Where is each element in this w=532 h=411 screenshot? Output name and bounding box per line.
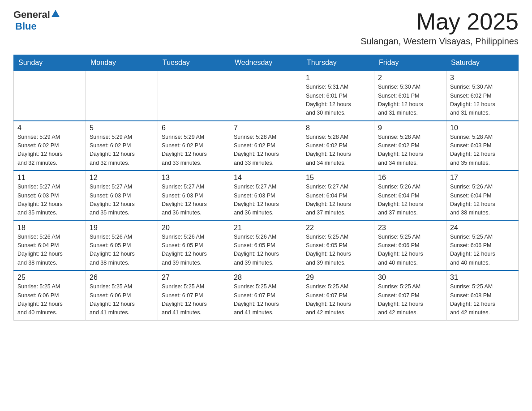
- day-info: Sunrise: 5:28 AM Sunset: 6:02 PM Dayligh…: [378, 133, 442, 168]
- day-number: 19: [90, 224, 154, 232]
- day-number: 13: [162, 174, 226, 182]
- day-number: 21: [234, 224, 298, 232]
- logo-general-text: General: [13, 9, 50, 21]
- day-of-week-header: Friday: [374, 55, 446, 71]
- day-of-week-header: Wednesday: [230, 55, 302, 71]
- calendar-cell: 15Sunrise: 5:27 AM Sunset: 6:04 PM Dayli…: [302, 171, 374, 221]
- calendar-cell: 20Sunrise: 5:26 AM Sunset: 6:05 PM Dayli…: [158, 221, 230, 271]
- calendar-week-row: 4Sunrise: 5:29 AM Sunset: 6:02 PM Daylig…: [14, 121, 519, 171]
- day-number: 8: [306, 124, 370, 132]
- day-info: Sunrise: 5:28 AM Sunset: 6:03 PM Dayligh…: [450, 133, 515, 168]
- day-number: 9: [378, 124, 442, 132]
- calendar-cell: 19Sunrise: 5:26 AM Sunset: 6:05 PM Dayli…: [86, 221, 158, 271]
- day-number: 1: [306, 74, 370, 82]
- calendar-week-row: 18Sunrise: 5:26 AM Sunset: 6:04 PM Dayli…: [14, 221, 519, 271]
- calendar-cell: 24Sunrise: 5:25 AM Sunset: 6:06 PM Dayli…: [446, 221, 519, 271]
- title-block: May 2025 Sulangan, Western Visayas, Phil…: [360, 9, 519, 47]
- day-info: Sunrise: 5:29 AM Sunset: 6:02 PM Dayligh…: [162, 133, 226, 168]
- day-info: Sunrise: 5:30 AM Sunset: 6:02 PM Dayligh…: [450, 83, 515, 118]
- day-info: Sunrise: 5:25 AM Sunset: 6:06 PM Dayligh…: [17, 283, 82, 317]
- day-info: Sunrise: 5:28 AM Sunset: 6:02 PM Dayligh…: [306, 133, 370, 168]
- day-info: Sunrise: 5:26 AM Sunset: 6:05 PM Dayligh…: [162, 233, 226, 268]
- calendar-cell: 29Sunrise: 5:25 AM Sunset: 6:07 PM Dayli…: [302, 270, 374, 320]
- calendar-cell: [14, 71, 86, 121]
- day-info: Sunrise: 5:25 AM Sunset: 6:05 PM Dayligh…: [306, 233, 370, 268]
- day-number: 4: [17, 124, 82, 132]
- day-info: Sunrise: 5:29 AM Sunset: 6:02 PM Dayligh…: [90, 133, 154, 168]
- day-number: 17: [450, 174, 515, 182]
- day-of-week-header: Sunday: [14, 55, 86, 71]
- day-info: Sunrise: 5:25 AM Sunset: 6:07 PM Dayligh…: [378, 283, 442, 317]
- calendar-cell: 3Sunrise: 5:30 AM Sunset: 6:02 PM Daylig…: [446, 71, 519, 121]
- day-info: Sunrise: 5:27 AM Sunset: 6:03 PM Dayligh…: [90, 183, 154, 218]
- day-info: Sunrise: 5:29 AM Sunset: 6:02 PM Dayligh…: [17, 133, 82, 168]
- calendar-cell: 16Sunrise: 5:26 AM Sunset: 6:04 PM Dayli…: [374, 171, 446, 221]
- month-title: May 2025: [360, 9, 519, 34]
- day-info: Sunrise: 5:26 AM Sunset: 6:05 PM Dayligh…: [90, 233, 154, 268]
- calendar-cell: 18Sunrise: 5:26 AM Sunset: 6:04 PM Dayli…: [14, 221, 86, 271]
- calendar-cell: 28Sunrise: 5:25 AM Sunset: 6:07 PM Dayli…: [230, 270, 302, 320]
- calendar-cell: 21Sunrise: 5:26 AM Sunset: 6:05 PM Dayli…: [230, 221, 302, 271]
- calendar-cell: [158, 71, 230, 121]
- calendar-cell: [86, 71, 158, 121]
- day-number: 29: [306, 274, 370, 282]
- day-number: 3: [450, 74, 515, 82]
- day-number: 2: [378, 74, 442, 82]
- day-info: Sunrise: 5:31 AM Sunset: 6:01 PM Dayligh…: [306, 83, 370, 118]
- day-number: 23: [378, 224, 442, 232]
- calendar-cell: 12Sunrise: 5:27 AM Sunset: 6:03 PM Dayli…: [86, 171, 158, 221]
- day-of-week-header: Thursday: [302, 55, 374, 71]
- logo: General Blue: [13, 9, 60, 32]
- calendar-cell: 17Sunrise: 5:26 AM Sunset: 6:04 PM Dayli…: [446, 171, 519, 221]
- logo-triangle: [51, 10, 60, 17]
- calendar-cell: 27Sunrise: 5:25 AM Sunset: 6:07 PM Dayli…: [158, 270, 230, 320]
- day-info: Sunrise: 5:25 AM Sunset: 6:07 PM Dayligh…: [162, 283, 226, 317]
- calendar-week-row: 1Sunrise: 5:31 AM Sunset: 6:01 PM Daylig…: [14, 71, 519, 121]
- calendar-week-row: 25Sunrise: 5:25 AM Sunset: 6:06 PM Dayli…: [14, 270, 519, 320]
- day-info: Sunrise: 5:26 AM Sunset: 6:05 PM Dayligh…: [234, 233, 298, 268]
- calendar-cell: 8Sunrise: 5:28 AM Sunset: 6:02 PM Daylig…: [302, 121, 374, 171]
- day-number: 27: [162, 274, 226, 282]
- calendar-cell: 23Sunrise: 5:25 AM Sunset: 6:06 PM Dayli…: [374, 221, 446, 271]
- day-number: 7: [234, 124, 298, 132]
- day-number: 6: [162, 124, 226, 132]
- logo-blue-text: Blue: [15, 21, 37, 32]
- calendar-cell: 30Sunrise: 5:25 AM Sunset: 6:07 PM Dayli…: [374, 270, 446, 320]
- calendar-cell: 26Sunrise: 5:25 AM Sunset: 6:06 PM Dayli…: [86, 270, 158, 320]
- calendar-cell: 5Sunrise: 5:29 AM Sunset: 6:02 PM Daylig…: [86, 121, 158, 171]
- day-of-week-header: Monday: [86, 55, 158, 71]
- day-info: Sunrise: 5:26 AM Sunset: 6:04 PM Dayligh…: [450, 183, 515, 218]
- day-of-week-header: Tuesday: [158, 55, 230, 71]
- day-number: 11: [17, 174, 82, 182]
- calendar-cell: 7Sunrise: 5:28 AM Sunset: 6:02 PM Daylig…: [230, 121, 302, 171]
- day-number: 12: [90, 174, 154, 182]
- calendar-table: SundayMondayTuesdayWednesdayThursdayFrid…: [13, 55, 519, 321]
- day-info: Sunrise: 5:27 AM Sunset: 6:04 PM Dayligh…: [306, 183, 370, 218]
- day-number: 14: [234, 174, 298, 182]
- calendar-cell: 11Sunrise: 5:27 AM Sunset: 6:03 PM Dayli…: [14, 171, 86, 221]
- day-number: 31: [450, 274, 515, 282]
- calendar-cell: 22Sunrise: 5:25 AM Sunset: 6:05 PM Dayli…: [302, 221, 374, 271]
- calendar-cell: 9Sunrise: 5:28 AM Sunset: 6:02 PM Daylig…: [374, 121, 446, 171]
- calendar-cell: 13Sunrise: 5:27 AM Sunset: 6:03 PM Dayli…: [158, 171, 230, 221]
- calendar-cell: 14Sunrise: 5:27 AM Sunset: 6:03 PM Dayli…: [230, 171, 302, 221]
- day-number: 22: [306, 224, 370, 232]
- day-number: 30: [378, 274, 442, 282]
- day-number: 20: [162, 224, 226, 232]
- calendar-cell: [230, 71, 302, 121]
- day-info: Sunrise: 5:27 AM Sunset: 6:03 PM Dayligh…: [234, 183, 298, 218]
- day-number: 26: [90, 274, 154, 282]
- day-number: 15: [306, 174, 370, 182]
- day-info: Sunrise: 5:27 AM Sunset: 6:03 PM Dayligh…: [162, 183, 226, 218]
- calendar-cell: 2Sunrise: 5:30 AM Sunset: 6:01 PM Daylig…: [374, 71, 446, 121]
- page-header: General Blue May 2025 Sulangan, Western …: [13, 9, 519, 47]
- day-info: Sunrise: 5:25 AM Sunset: 6:06 PM Dayligh…: [90, 283, 154, 317]
- day-number: 18: [17, 224, 82, 232]
- calendar-header-row: SundayMondayTuesdayWednesdayThursdayFrid…: [14, 55, 519, 71]
- calendar-cell: 1Sunrise: 5:31 AM Sunset: 6:01 PM Daylig…: [302, 71, 374, 121]
- day-number: 25: [17, 274, 82, 282]
- calendar-cell: 31Sunrise: 5:25 AM Sunset: 6:08 PM Dayli…: [446, 270, 519, 320]
- day-info: Sunrise: 5:26 AM Sunset: 6:04 PM Dayligh…: [17, 233, 82, 268]
- day-info: Sunrise: 5:26 AM Sunset: 6:04 PM Dayligh…: [378, 183, 442, 218]
- day-of-week-header: Saturday: [446, 55, 519, 71]
